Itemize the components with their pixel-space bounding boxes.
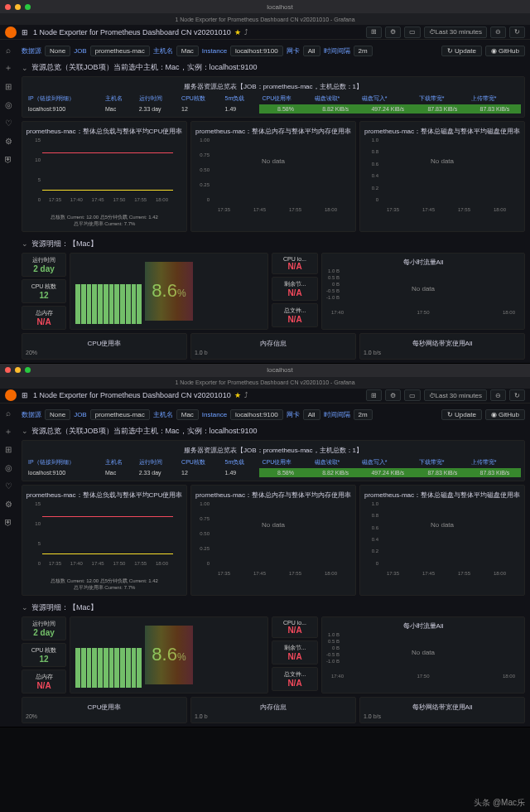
var-nic[interactable]: All bbox=[303, 46, 320, 56]
panel-mem-info[interactable]: 内存信息1.0 b bbox=[190, 697, 356, 723]
dashboards-icon[interactable]: ⊞ bbox=[3, 445, 13, 455]
max-dot[interactable] bbox=[25, 4, 31, 10]
search-icon[interactable]: ⌕ bbox=[3, 45, 13, 55]
zoom-out-button[interactable]: ⊖ bbox=[490, 27, 506, 38]
panel-hourly-traffic[interactable]: 每小时流量All 1.0 B0.5 B0 B-0.5 B-1.0 B No da… bbox=[321, 616, 525, 694]
section-overview-header[interactable]: ⌄资源总览（关联JOB项）当前选中主机：Mac，实例：localhost:910… bbox=[22, 59, 525, 76]
grafana-sidebar: ⌕ ＋ ⊞ ◎ ♡ ⚙ ⛨ bbox=[0, 404, 17, 727]
table-row[interactable]: localhost:9100Mac2.33 day 121.49 8.58%8.… bbox=[26, 104, 521, 114]
panel-disk[interactable]: prometheus-mac：整体总磁盘与整体平均磁盘使用率 1.00.80.6… bbox=[359, 121, 525, 232]
share-icon[interactable]: ⤴ bbox=[244, 391, 248, 399]
stat-cores[interactable]: CPU 核数12 bbox=[22, 279, 66, 303]
create-icon[interactable]: ＋ bbox=[3, 63, 13, 73]
update-button[interactable]: ↻ Update bbox=[441, 46, 482, 56]
time-range-picker[interactable]: ⏱ Last 30 minutes bbox=[424, 389, 487, 401]
close-dot[interactable] bbox=[5, 367, 11, 373]
search-icon[interactable]: ⌕ bbox=[3, 408, 13, 418]
max-dot[interactable] bbox=[25, 367, 31, 373]
panel-net-bw[interactable]: 每秒网络带宽使用All1.0 b/s bbox=[359, 333, 525, 360]
var-job[interactable]: prometheus-mac bbox=[90, 46, 150, 56]
var-nic[interactable]: All bbox=[303, 409, 320, 420]
table-row[interactable]: localhost:9100Mac2.33 day 121.49 8.58%8.… bbox=[26, 468, 521, 477]
var-instance[interactable]: localhost:9100 bbox=[230, 46, 283, 56]
create-icon[interactable]: ＋ bbox=[3, 427, 13, 437]
section-detail-header[interactable]: ⌄资源明细：【Mac】 bbox=[22, 235, 525, 253]
gauge-cpu[interactable]: 8.6% bbox=[70, 253, 268, 330]
panel-disk[interactable]: prometheus-mac：整体总磁盘与整体平均磁盘使用率 1.00.80.6… bbox=[359, 485, 525, 596]
stat-iowait[interactable]: CPU io...N/A bbox=[272, 616, 318, 638]
admin-icon[interactable]: ⛨ bbox=[3, 518, 13, 528]
min-dot[interactable] bbox=[15, 4, 21, 10]
add-panel-button[interactable]: ⊞ bbox=[366, 27, 382, 38]
star-icon[interactable]: ★ bbox=[234, 28, 241, 36]
panel-load-cpu[interactable]: prometheus-mac：整体总负载与整体平均CPU使用率 151050 1… bbox=[22, 485, 187, 596]
var-interval[interactable]: 2m bbox=[354, 409, 373, 420]
browser-tab[interactable]: 1 Node Exporter for Prometheus Dashboard… bbox=[0, 13, 530, 25]
zoom-out-button[interactable]: ⊖ bbox=[490, 389, 506, 401]
alerting-icon[interactable]: ♡ bbox=[3, 481, 13, 491]
stat-inodes[interactable]: 剩余节...N/A bbox=[272, 277, 318, 301]
min-dot[interactable] bbox=[15, 367, 21, 373]
config-icon[interactable]: ⚙ bbox=[3, 500, 13, 510]
stat-files[interactable]: 总文件...N/A bbox=[272, 303, 318, 327]
stat-iowait[interactable]: CPU io...N/A bbox=[272, 253, 318, 274]
section-overview-header[interactable]: ⌄资源总览（关联JOB项）当前选中主机：Mac，实例：localhost:910… bbox=[22, 423, 525, 440]
stat-inodes[interactable]: 剩余节...N/A bbox=[272, 640, 318, 665]
var-host[interactable]: Mac bbox=[176, 409, 199, 420]
chevron-down-icon: ⌄ bbox=[22, 427, 28, 435]
config-icon[interactable]: ⚙ bbox=[3, 136, 13, 146]
panel-memory[interactable]: prometheus-mac：整体总内存与整体平均内存使用率 1.000.750… bbox=[190, 485, 356, 596]
stat-memory[interactable]: 总内存N/A bbox=[22, 306, 66, 330]
var-datasource[interactable]: None bbox=[45, 46, 70, 56]
stat-uptime[interactable]: 运行时间2 day bbox=[22, 616, 66, 640]
time-range-picker[interactable]: ⏱ Last 30 minutes bbox=[424, 27, 487, 38]
share-icon[interactable]: ⤴ bbox=[244, 28, 248, 36]
stat-uptime[interactable]: 运行时间2 day bbox=[22, 253, 66, 277]
github-button[interactable]: ◉ GitHub bbox=[485, 46, 525, 56]
overview-table: IP（链接到明细）主机名 运行时间CPU核数 5m负载CPU使用率 磁盘读取*磁… bbox=[26, 457, 521, 477]
star-icon[interactable]: ★ bbox=[234, 391, 241, 399]
panel-memory[interactable]: prometheus-mac：整体总内存与整体平均内存使用率 1.000.750… bbox=[190, 121, 356, 232]
grafana-logo-icon[interactable] bbox=[5, 389, 17, 401]
admin-icon[interactable]: ⛨ bbox=[3, 154, 13, 164]
panel-cpu-usage[interactable]: CPU使用率20% bbox=[22, 697, 187, 723]
refresh-button[interactable]: ↻ bbox=[509, 389, 525, 401]
section-detail-header[interactable]: ⌄资源明细：【Mac】 bbox=[22, 599, 525, 616]
dashboard-settings-button[interactable]: ⚙ bbox=[385, 389, 401, 401]
alerting-icon[interactable]: ♡ bbox=[3, 118, 13, 128]
stat-memory[interactable]: 总内存N/A bbox=[22, 669, 66, 694]
update-button[interactable]: ↻ Update bbox=[441, 409, 482, 420]
explore-icon[interactable]: ◎ bbox=[3, 463, 13, 473]
close-dot[interactable] bbox=[5, 4, 11, 10]
panel-mem-info[interactable]: 内存信息1.0 b bbox=[190, 333, 356, 360]
var-instance[interactable]: localhost:9100 bbox=[230, 409, 283, 420]
refresh-button[interactable]: ↻ bbox=[509, 27, 525, 38]
macos-titlebar: localhost bbox=[0, 364, 530, 377]
panel-net-bw[interactable]: 每秒网络带宽使用All1.0 b/s bbox=[359, 697, 525, 723]
explore-icon[interactable]: ◎ bbox=[3, 99, 13, 109]
add-panel-button[interactable]: ⊞ bbox=[366, 389, 382, 401]
panel-load-cpu[interactable]: prometheus-mac：整体总负载与整体平均CPU使用率 151050 1… bbox=[22, 121, 187, 232]
dashboards-icon[interactable]: ⊞ bbox=[3, 81, 13, 91]
chevron-down-icon: ⌄ bbox=[22, 239, 28, 248]
var-interval[interactable]: 2m bbox=[354, 46, 373, 56]
panel-hourly-traffic[interactable]: 每小时流量All 1.0 B0.5 B0 B-0.5 B-1.0 B No da… bbox=[321, 253, 525, 330]
chevron-down-icon: ⌄ bbox=[22, 603, 28, 611]
panel-cpu-usage[interactable]: CPU使用率20% bbox=[22, 333, 187, 360]
stat-files[interactable]: 总文件...N/A bbox=[272, 667, 318, 691]
panel-icon: ⊞ bbox=[22, 28, 28, 36]
browser-tab[interactable]: 1 Node Exporter for Prometheus Dashboard… bbox=[0, 377, 530, 389]
dashboard-settings-button[interactable]: ⚙ bbox=[385, 27, 401, 38]
github-button[interactable]: ◉ GitHub bbox=[485, 409, 525, 420]
var-host[interactable]: Mac bbox=[176, 46, 199, 56]
grafana-header: ⊞ 1 Node Exporter for Prometheus Dashboa… bbox=[0, 389, 530, 404]
gauge-cpu[interactable]: 8.6% bbox=[70, 616, 268, 694]
panel-icon: ⊞ bbox=[22, 391, 28, 399]
var-datasource[interactable]: None bbox=[45, 409, 70, 420]
var-job[interactable]: prometheus-mac bbox=[90, 409, 150, 420]
cycle-view-button[interactable]: ▭ bbox=[404, 27, 421, 38]
cycle-view-button[interactable]: ▭ bbox=[404, 389, 421, 401]
grafana-header: ⊞ 1 Node Exporter for Prometheus Dashboa… bbox=[0, 25, 530, 40]
stat-cores[interactable]: CPU 核数12 bbox=[22, 643, 66, 667]
grafana-logo-icon[interactable] bbox=[5, 27, 17, 38]
